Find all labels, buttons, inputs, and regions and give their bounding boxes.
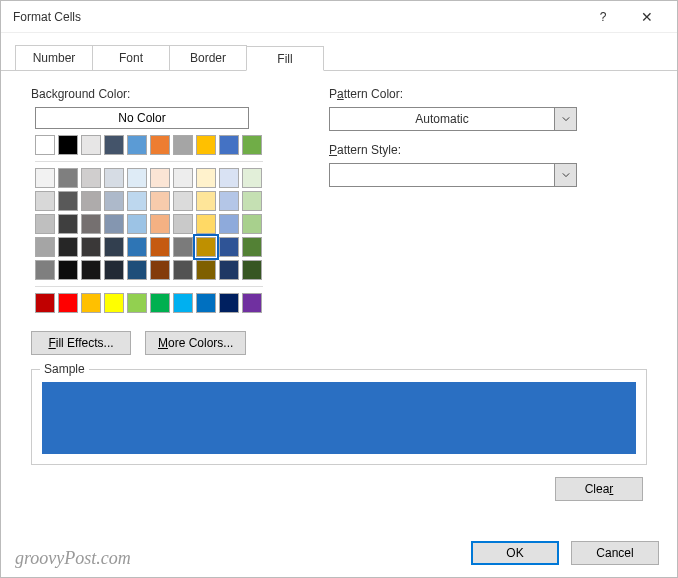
tab-font[interactable]: Font [92,45,170,70]
color-swatch[interactable] [35,293,55,313]
color-swatch[interactable] [196,135,216,155]
close-button[interactable]: ✕ [625,3,669,31]
color-swatch[interactable] [127,214,147,234]
color-swatch[interactable] [104,260,124,280]
color-swatch[interactable] [104,237,124,257]
ok-button[interactable]: OK [471,541,559,565]
color-swatch[interactable] [104,135,124,155]
no-color-button[interactable]: No Color [35,107,249,129]
color-swatch[interactable] [58,135,78,155]
color-swatch[interactable] [81,260,101,280]
tab-strip: Number Font Border Fill [1,45,677,71]
color-swatch[interactable] [173,191,193,211]
color-swatch[interactable] [219,293,239,313]
color-swatch[interactable] [104,214,124,234]
help-button[interactable]: ? [581,3,625,31]
palette-divider [35,286,263,287]
color-swatch[interactable] [127,293,147,313]
color-swatch[interactable] [81,293,101,313]
color-swatch[interactable] [127,168,147,188]
watermark: groovyPost.com [15,548,131,569]
color-swatch[interactable] [219,168,239,188]
pattern-style-label: Pattern Style: [329,143,647,157]
color-swatch[interactable] [35,135,55,155]
clear-button[interactable]: Clear [555,477,643,501]
tab-number[interactable]: Number [15,45,93,70]
color-swatch[interactable] [219,260,239,280]
color-swatch[interactable] [150,260,170,280]
fill-effects-button[interactable]: Fill Effects... [31,331,131,355]
color-swatch[interactable] [81,135,101,155]
palette-divider [35,161,263,162]
color-swatch[interactable] [104,191,124,211]
color-swatch[interactable] [58,237,78,257]
color-swatch[interactable] [150,214,170,234]
color-swatch[interactable] [219,135,239,155]
color-swatch[interactable] [219,191,239,211]
sample-legend: Sample [40,362,89,376]
color-swatch[interactable] [58,293,78,313]
color-swatch[interactable] [173,168,193,188]
color-swatch[interactable] [196,214,216,234]
cancel-button[interactable]: Cancel [571,541,659,565]
color-swatch[interactable] [150,191,170,211]
color-swatch[interactable] [196,168,216,188]
chevron-down-icon [554,108,576,130]
background-color-label: Background Color: [31,87,293,101]
color-swatch[interactable] [242,293,262,313]
color-swatch[interactable] [127,135,147,155]
chevron-down-icon [554,164,576,186]
color-swatch[interactable] [173,293,193,313]
color-swatch[interactable] [81,237,101,257]
color-swatch[interactable] [196,260,216,280]
pattern-color-value: Automatic [330,112,554,126]
color-swatch[interactable] [150,168,170,188]
color-swatch[interactable] [242,260,262,280]
color-swatch[interactable] [104,293,124,313]
color-swatch[interactable] [58,214,78,234]
color-swatch[interactable] [219,214,239,234]
color-swatch[interactable] [150,293,170,313]
color-swatch[interactable] [58,168,78,188]
color-swatch[interactable] [127,260,147,280]
color-swatch[interactable] [35,168,55,188]
format-cells-dialog: Format Cells ? ✕ Number Font Border Fill… [0,0,678,578]
color-swatch[interactable] [35,191,55,211]
color-swatch[interactable] [242,135,262,155]
color-swatch[interactable] [196,191,216,211]
color-swatch[interactable] [58,191,78,211]
pattern-style-dropdown[interactable] [329,163,577,187]
color-swatch[interactable] [242,168,262,188]
color-swatch[interactable] [196,237,216,257]
more-colors-button[interactable]: More Colors... [145,331,246,355]
color-swatch[interactable] [150,237,170,257]
color-swatch[interactable] [127,191,147,211]
color-swatch[interactable] [58,260,78,280]
color-swatch[interactable] [173,237,193,257]
color-swatch[interactable] [242,191,262,211]
color-swatch[interactable] [104,168,124,188]
color-swatch[interactable] [242,214,262,234]
color-swatch[interactable] [35,214,55,234]
pattern-color-dropdown[interactable]: Automatic [329,107,577,131]
color-swatch[interactable] [196,293,216,313]
color-swatch[interactable] [81,214,101,234]
color-swatch[interactable] [81,191,101,211]
color-swatch[interactable] [173,135,193,155]
tab-fill[interactable]: Fill [246,46,324,71]
color-swatch[interactable] [242,237,262,257]
window-title: Format Cells [13,10,581,24]
tab-border[interactable]: Border [169,45,247,70]
sample-preview [42,382,636,454]
color-swatch[interactable] [35,260,55,280]
pattern-style-preview [330,164,554,186]
palette-standard-colors [35,293,269,313]
color-swatch[interactable] [127,237,147,257]
color-swatch[interactable] [173,260,193,280]
close-icon: ✕ [641,9,653,25]
color-swatch[interactable] [150,135,170,155]
color-swatch[interactable] [173,214,193,234]
color-swatch[interactable] [219,237,239,257]
color-swatch[interactable] [81,168,101,188]
color-swatch[interactable] [35,237,55,257]
